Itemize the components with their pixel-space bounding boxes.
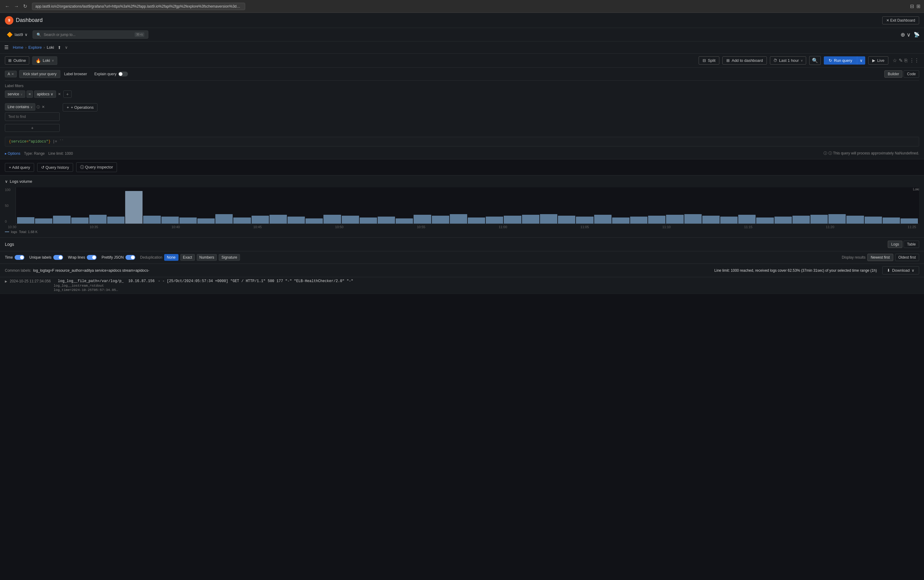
chart-bar-27[interactable] — [504, 216, 521, 224]
chart-bar-18[interactable] — [342, 216, 359, 224]
tab-kick-start[interactable]: Kick start your query — [19, 70, 60, 78]
chart-bar-35[interactable] — [648, 216, 666, 224]
copy-icon-button[interactable]: ⎘ — [904, 58, 908, 63]
browser-layout-button[interactable]: ⊞ — [916, 3, 920, 9]
reload-button[interactable]: ↻ — [22, 2, 28, 10]
chart-bar-33[interactable] — [612, 218, 630, 224]
dedup-signature-button[interactable]: Signature — [219, 254, 240, 261]
chart-bar-43[interactable] — [792, 216, 810, 224]
operations-button[interactable]: + + Operations — [63, 103, 97, 112]
address-bar[interactable]: app.last9.io/v2/organizations/last9/graf… — [32, 3, 245, 10]
log-expand-icon[interactable]: ▶ — [5, 280, 7, 283]
prettify-json-toggle[interactable] — [125, 255, 135, 260]
chart-bar-2[interactable] — [53, 216, 70, 224]
chart-bar-12[interactable] — [233, 218, 251, 224]
chart-bar-6[interactable] — [125, 191, 143, 224]
filter-value-selector[interactable]: apidocs ∨ — [34, 91, 56, 98]
chart-bar-34[interactable] — [630, 217, 648, 224]
split-button[interactable]: ⊟ Split — [699, 56, 719, 64]
add-query-button[interactable]: + Add query — [5, 163, 34, 172]
query-inspector-button[interactable]: ⓘ Query inspector — [76, 162, 117, 172]
chart-bar-46[interactable] — [846, 216, 864, 224]
chart-bar-37[interactable] — [684, 214, 702, 224]
add-filter-button[interactable]: + — [63, 91, 71, 98]
chart-bar-17[interactable] — [324, 215, 341, 224]
org-selector[interactable]: 🔶 last9 ∨ — [4, 30, 30, 39]
chart-bar-5[interactable] — [107, 217, 125, 224]
oldest-first-button[interactable]: Oldest first — [895, 254, 919, 261]
download-button[interactable]: ⬇ Download ∨ — [882, 266, 919, 275]
wrap-lines-toggle[interactable] — [87, 255, 97, 260]
forward-button[interactable]: → — [13, 2, 20, 10]
chart-bar-9[interactable] — [179, 218, 197, 224]
chart-bar-8[interactable] — [161, 217, 179, 224]
chart-bar-48[interactable] — [883, 218, 900, 224]
line-contains-selector[interactable]: Line contains ∨ — [5, 103, 35, 110]
chart-bar-41[interactable] — [756, 218, 774, 224]
log-entry[interactable]: ▶ 2024-10-25 11:27:34.056 log_log__file_… — [0, 277, 924, 294]
chart-bar-22[interactable] — [414, 215, 431, 224]
chart-bar-44[interactable] — [811, 215, 828, 224]
remove-filter-button[interactable]: ✕ — [57, 92, 61, 96]
browser-menu-button[interactable]: ⊟ — [910, 3, 914, 9]
add-sub-filter-button[interactable]: + — [5, 124, 60, 132]
sidebar-toggle-button[interactable]: ☰ — [4, 44, 8, 50]
chart-bar-32[interactable] — [594, 215, 612, 224]
line-filter-remove-button[interactable]: ✕ — [41, 105, 45, 109]
chart-bar-29[interactable] — [540, 214, 557, 224]
chart-bar-13[interactable] — [252, 216, 269, 224]
table-view-button[interactable]: Table — [904, 241, 919, 248]
builder-button[interactable]: Builder — [885, 70, 903, 77]
chart-bar-10[interactable] — [197, 218, 215, 224]
chart-bar-40[interactable] — [738, 215, 756, 224]
query-close-icon[interactable]: ✕ — [11, 72, 14, 76]
chart-bar-15[interactable] — [288, 217, 305, 224]
equals-operator[interactable]: = — [26, 91, 33, 98]
chart-bar-28[interactable] — [522, 215, 539, 224]
exit-dashboard-button[interactable]: ✕ Exit Dashboard — [882, 16, 919, 25]
text-to-find-input[interactable] — [5, 112, 60, 121]
chart-bar-21[interactable] — [396, 218, 413, 224]
live-button[interactable]: ▶ Live — [868, 56, 888, 64]
search-bar[interactable]: 🔍 Search or jump to... ⌘+k — [33, 30, 148, 39]
add-to-dashboard-button[interactable]: ⊞ Add to dashboard — [722, 56, 767, 64]
chart-bar-39[interactable] — [720, 217, 738, 224]
chart-bar-1[interactable] — [35, 218, 53, 224]
breadcrumb-dropdown-icon[interactable]: ∨ — [65, 45, 68, 49]
newest-first-button[interactable]: Newest first — [867, 254, 893, 261]
add-panel-button[interactable]: ⊕ ∨ — [901, 31, 911, 38]
dedup-numbers-button[interactable]: Numbers — [197, 254, 217, 261]
run-query-dropdown-button[interactable]: ∨ — [857, 56, 865, 64]
edit-icon-button[interactable]: ✎ — [899, 58, 903, 63]
chart-bar-36[interactable] — [666, 215, 683, 224]
breadcrumb-home[interactable]: Home — [13, 45, 23, 49]
logs-volume-header[interactable]: ∨ Logs volume — [5, 179, 919, 184]
chart-bar-38[interactable] — [702, 216, 720, 224]
chart-bar-14[interactable] — [270, 215, 287, 224]
chart-bar-30[interactable] — [558, 216, 575, 224]
query-history-button[interactable]: ↺ Query history — [37, 163, 73, 172]
chart-bar-19[interactable] — [360, 218, 377, 224]
breadcrumb-explore[interactable]: Explore — [28, 45, 42, 49]
chart-bar-4[interactable] — [89, 215, 107, 224]
unique-labels-toggle[interactable] — [53, 255, 63, 260]
outline-button[interactable]: ⊞ Outline — [5, 56, 29, 64]
chart-bar-26[interactable] — [486, 217, 503, 224]
code-button[interactable]: Code — [904, 70, 919, 77]
chart-bar-20[interactable] — [378, 217, 395, 224]
service-selector[interactable]: service ∨ — [5, 91, 25, 98]
zoom-out-button[interactable]: 🔍 — [809, 56, 821, 65]
line-filter-info-icon[interactable]: ⓘ — [36, 105, 40, 109]
chart-bar-24[interactable] — [450, 214, 467, 224]
chart-bar-0[interactable] — [17, 217, 35, 224]
chart-bar-11[interactable] — [215, 214, 233, 224]
chart-bar-25[interactable] — [468, 218, 485, 224]
share-button[interactable]: ⬆ — [56, 44, 63, 51]
dedup-exact-button[interactable]: Exact — [180, 254, 195, 261]
dedup-none-button[interactable]: None — [164, 254, 178, 261]
tab-label-browser[interactable]: Label browser — [60, 70, 90, 77]
options-toggle-button[interactable]: ▸ Options — [5, 152, 20, 156]
more-options-button[interactable]: ⋮⋮ — [909, 58, 919, 63]
time-toggle[interactable] — [15, 255, 25, 260]
explain-query-toggle[interactable] — [118, 72, 128, 76]
